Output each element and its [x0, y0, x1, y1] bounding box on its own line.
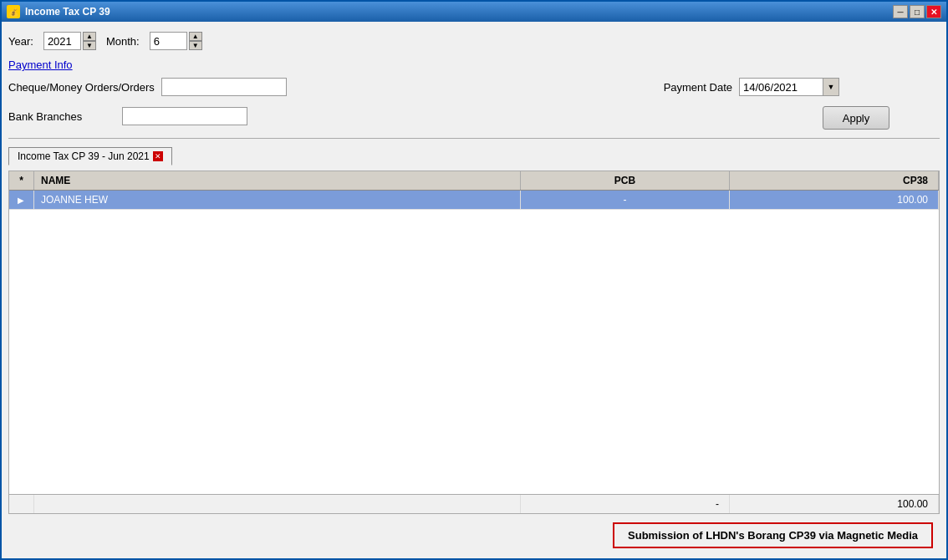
month-down-button[interactable]: ▼ — [189, 41, 202, 50]
maximize-button[interactable]: □ — [910, 5, 925, 18]
bank-branches-input[interactable] — [122, 107, 247, 125]
payment-date-input[interactable] — [739, 78, 823, 96]
window-title: Income Tax CP 39 — [25, 6, 110, 18]
row-arrow-cell: ▶ — [9, 191, 34, 209]
year-label: Year: — [8, 35, 33, 48]
cheque-input[interactable] — [161, 78, 287, 96]
month-spinner-buttons: ▲ ▼ — [189, 32, 202, 50]
month-spinner: ▲ ▼ — [150, 32, 202, 50]
table-footer: - 100.00 — [9, 494, 939, 513]
month-input[interactable] — [150, 32, 187, 50]
apply-button[interactable]: Apply — [823, 106, 889, 130]
close-button[interactable]: ✕ — [926, 5, 941, 18]
payment-section: Payment Info Cheque/Money Orders/Orders … — [8, 59, 940, 130]
payment-info-link[interactable]: Payment Info — [8, 59, 940, 71]
row-pcb-cell: - — [521, 191, 730, 209]
bank-branches-label: Bank Branches — [8, 110, 82, 123]
data-table: * NAME PCB CP38 ▶ JOANNE H — [8, 171, 940, 514]
header-pcb: PCB — [521, 171, 730, 190]
minimize-button[interactable]: ─ — [893, 5, 908, 18]
window-icon: 💰 — [7, 5, 20, 18]
header-name: NAME — [34, 171, 521, 190]
payment-date-group: ▼ — [739, 78, 839, 96]
table-row[interactable]: ▶ JOANNE HEW - 100.00 — [9, 191, 939, 210]
row-cp38-cell: 100.00 — [730, 191, 939, 209]
main-window: 💰 Income Tax CP 39 ─ □ ✕ Year: ▲ ▼ Month… — [0, 0, 948, 560]
payment-date-dropdown-button[interactable]: ▼ — [823, 78, 839, 96]
content-area: Year: ▲ ▼ Month: ▲ ▼ Payment Info — [2, 22, 946, 558]
title-bar-buttons: ─ □ ✕ — [893, 5, 941, 18]
year-input[interactable] — [43, 32, 81, 50]
year-spinner: ▲ ▼ — [43, 32, 96, 50]
cheque-label: Cheque/Money Orders/Orders — [8, 81, 155, 94]
tab-area: Income Tax CP 39 - Jun 2021 ✕ — [8, 147, 940, 165]
header-cp38: CP38 — [730, 171, 939, 190]
table-header: * NAME PCB CP38 — [9, 171, 939, 191]
year-up-button[interactable]: ▲ — [83, 32, 96, 41]
header-star: * — [9, 171, 34, 190]
row-arrow-icon: ▶ — [18, 196, 24, 205]
month-up-button[interactable]: ▲ — [189, 32, 202, 41]
bottom-bar: Submission of LHDN's Borang CP39 via Mag… — [8, 519, 940, 552]
tab-label: Income Tax CP 39 - Jun 2021 — [18, 150, 150, 162]
payment-date-label: Payment Date — [664, 81, 732, 94]
horizontal-divider — [8, 138, 940, 139]
top-controls: Year: ▲ ▼ Month: ▲ ▼ — [8, 28, 940, 53]
income-tax-tab[interactable]: Income Tax CP 39 - Jun 2021 ✕ — [8, 147, 172, 165]
title-bar-left: 💰 Income Tax CP 39 — [7, 5, 110, 18]
table-body: ▶ JOANNE HEW - 100.00 — [9, 191, 939, 494]
title-bar: 💰 Income Tax CP 39 ─ □ ✕ — [2, 2, 946, 22]
tab-close-button[interactable]: ✕ — [153, 151, 163, 161]
submission-button[interactable]: Submission of LHDN's Borang CP39 via Mag… — [613, 522, 933, 548]
footer-pcb: - — [521, 495, 730, 513]
year-down-button[interactable]: ▼ — [83, 41, 96, 50]
footer-cp38: 100.00 — [730, 495, 939, 513]
footer-star — [9, 495, 34, 513]
year-spinner-buttons: ▲ ▼ — [83, 32, 96, 50]
footer-name — [34, 495, 521, 513]
row-name-cell: JOANNE HEW — [34, 191, 521, 209]
month-label: Month: — [106, 35, 140, 48]
